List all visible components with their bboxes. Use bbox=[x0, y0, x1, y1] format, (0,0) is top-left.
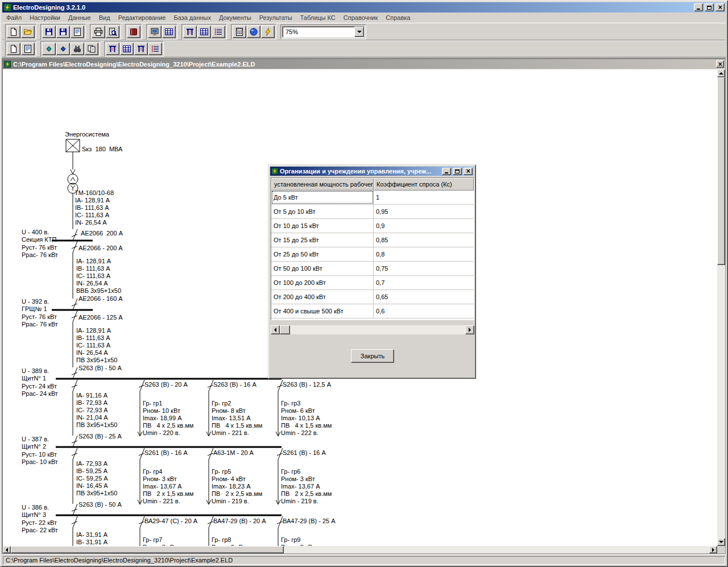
list-view-button[interactable] bbox=[148, 43, 162, 55]
close-dialog-button[interactable]: Закрыть bbox=[351, 349, 394, 363]
cell-kc[interactable]: 0,7 bbox=[374, 276, 474, 289]
diagram-canvas[interactable]: Энергосистема Sкз 180 МВА ТМ-160/10-68 I… bbox=[3, 69, 717, 546]
scroll-thumb[interactable] bbox=[717, 77, 725, 265]
menu-item-ks-tables[interactable]: Таблицы КС bbox=[296, 13, 340, 23]
table-row[interactable]: От 400 и свыше 500 кВт0,6 bbox=[271, 304, 474, 318]
save-button[interactable] bbox=[42, 26, 56, 38]
table-row[interactable]: От 10 до 15 кВт0,9 bbox=[271, 219, 474, 233]
table-columns-button[interactable] bbox=[106, 43, 119, 55]
reference-book-button[interactable] bbox=[127, 26, 140, 38]
calculator-button[interactable] bbox=[233, 26, 246, 38]
menu-item-view[interactable]: Вид bbox=[95, 13, 114, 23]
scheme-sheet-button[interactable] bbox=[21, 43, 35, 55]
cell-kc[interactable]: 0,65 bbox=[374, 290, 474, 304]
dialog-horizontal-scrollbar[interactable] bbox=[271, 325, 474, 334]
scroll-down-button[interactable] bbox=[717, 538, 725, 546]
scroll-right-button[interactable] bbox=[465, 325, 474, 334]
dialog-close-x-button[interactable] bbox=[464, 168, 473, 175]
new-button[interactable] bbox=[7, 26, 20, 38]
table-row[interactable]: От 5 до 10 кВт0,95 bbox=[271, 205, 474, 219]
table-row[interactable]: От 100 до 200 кВт0,7 bbox=[271, 276, 474, 290]
table-form-button[interactable] bbox=[162, 26, 176, 38]
menu-item-documents[interactable]: Документы bbox=[215, 13, 255, 23]
menu-item-editing[interactable]: Редактирование bbox=[114, 13, 170, 23]
open-button[interactable] bbox=[21, 26, 35, 38]
menu-item-file[interactable]: Файл bbox=[2, 13, 26, 23]
cell-kc[interactable]: 0,9 bbox=[374, 219, 474, 233]
table-row[interactable]: От 200 до 400 кВт0,65 bbox=[271, 290, 474, 304]
table-header-button[interactable] bbox=[183, 26, 197, 38]
maximize-button[interactable] bbox=[705, 3, 714, 11]
column-header-power[interactable]: установленная мощность рабочег bbox=[271, 178, 374, 191]
scheme-document-button[interactable] bbox=[7, 43, 20, 55]
table-row[interactable]: От 15 до 25 кВт0,85 bbox=[271, 233, 474, 247]
cell-kc[interactable]: 0,85 bbox=[374, 233, 474, 247]
table-list-button[interactable] bbox=[212, 26, 225, 38]
menu-item-settings[interactable]: Настройки bbox=[26, 13, 64, 23]
cell-kc[interactable]: 0,75 bbox=[374, 262, 474, 275]
table-header2-button[interactable] bbox=[134, 43, 148, 55]
cell-power[interactable]: От 5 до 10 кВт bbox=[271, 205, 374, 218]
table-row[interactable]: От 25 до 50 кВт0,8 bbox=[271, 247, 474, 262]
scroll-left-button[interactable] bbox=[271, 325, 280, 334]
screen-form-button[interactable] bbox=[148, 26, 162, 38]
table-row[interactable]: От 50 до 100 кВт0,75 bbox=[271, 262, 474, 276]
table-cells-button[interactable] bbox=[120, 43, 134, 55]
menu-item-help[interactable]: Справка bbox=[382, 13, 414, 23]
minimize-button[interactable] bbox=[694, 3, 703, 11]
cell-power[interactable]: От 100 до 200 кВт bbox=[271, 276, 374, 289]
cell-power[interactable]: От 200 до 400 кВт bbox=[271, 290, 374, 304]
scroll-left-button[interactable] bbox=[3, 546, 11, 553]
print-button[interactable] bbox=[92, 26, 105, 38]
dialog-minimize-button[interactable] bbox=[442, 168, 451, 175]
diagram-label: Рном- 3 кВт bbox=[281, 475, 315, 482]
save-all-button[interactable] bbox=[56, 26, 70, 38]
search-button[interactable] bbox=[71, 43, 84, 55]
close-button[interactable] bbox=[715, 3, 725, 11]
copy-button[interactable] bbox=[85, 43, 98, 55]
element-cyan-button[interactable] bbox=[42, 43, 56, 55]
scroll-up-button[interactable] bbox=[717, 69, 725, 77]
scroll-thumb[interactable] bbox=[280, 325, 290, 334]
document-titlebar[interactable]: C:\Program Files\ElectroDesigning\Electr… bbox=[3, 59, 725, 69]
cell-power[interactable]: От 10 до 15 кВт bbox=[271, 219, 374, 233]
menu-item-reference[interactable]: Справочник bbox=[340, 13, 382, 23]
diagram-label: U - 387 в. bbox=[22, 436, 49, 442]
dialog-titlebar[interactable]: Организации и учреждения управления, учр… bbox=[270, 167, 474, 176]
data-sheet-button[interactable] bbox=[71, 26, 84, 38]
horizontal-scrollbar[interactable] bbox=[3, 546, 717, 553]
menu-item-database[interactable]: База данных bbox=[169, 13, 215, 23]
zoom-dropdown-button[interactable] bbox=[354, 27, 364, 37]
cell-kc[interactable]: 0,6 bbox=[374, 304, 474, 318]
zoom-combobox[interactable]: 75% bbox=[282, 26, 365, 38]
calculation-button[interactable] bbox=[261, 26, 275, 38]
database-button[interactable] bbox=[247, 26, 260, 38]
table-grid-button[interactable] bbox=[197, 26, 211, 38]
scroll-track[interactable] bbox=[290, 325, 465, 334]
element-diamond-blue-icon bbox=[59, 44, 68, 53]
window-titlebar[interactable]: ElectroDesigning 3.2.1.0 bbox=[2, 2, 726, 13]
scroll-track[interactable] bbox=[717, 265, 725, 538]
diagram-label: IN- 26,54 А bbox=[76, 349, 108, 356]
cell-power[interactable]: До 5 кВт bbox=[271, 191, 374, 204]
vertical-scrollbar[interactable] bbox=[717, 69, 725, 546]
dialog-maximize-button[interactable] bbox=[453, 168, 462, 175]
cell-kc[interactable]: 0,8 bbox=[374, 247, 474, 261]
table-row[interactable]: До 5 кВт1 bbox=[271, 191, 474, 205]
element-blue-button[interactable] bbox=[56, 43, 70, 55]
scroll-track[interactable] bbox=[284, 546, 709, 553]
scroll-right-button[interactable] bbox=[709, 546, 717, 553]
column-header-kc[interactable]: Коэффициент спроса (Кс) bbox=[374, 178, 474, 191]
diagram-label: Umin - 219 в. bbox=[281, 498, 318, 504]
cell-kc[interactable]: 1 bbox=[374, 191, 474, 204]
menu-item-results[interactable]: Результаты bbox=[255, 13, 296, 23]
cell-power[interactable]: От 15 до 25 кВт bbox=[271, 233, 374, 247]
cell-kc[interactable]: 0,95 bbox=[374, 205, 474, 218]
print-preview-button[interactable] bbox=[106, 26, 119, 38]
menu-item-data[interactable]: Данные bbox=[64, 13, 95, 23]
cell-power[interactable]: От 50 до 100 кВт bbox=[271, 262, 374, 275]
scroll-thumb[interactable] bbox=[11, 546, 284, 553]
cell-power[interactable]: От 25 до 50 кВт bbox=[271, 247, 374, 261]
cell-power[interactable]: От 400 и свыше 500 кВт bbox=[271, 304, 374, 318]
document-close-button[interactable] bbox=[716, 60, 724, 68]
